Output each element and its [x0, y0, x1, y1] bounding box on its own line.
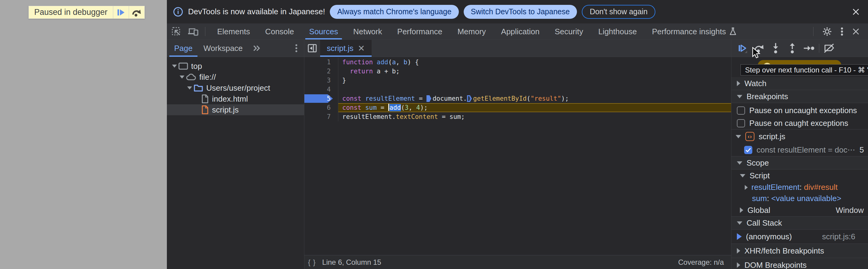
tree-item-top[interactable]: top [167, 61, 304, 72]
device-toolbar-button[interactable] [187, 26, 199, 37]
code-line-4[interactable]: 4 [304, 85, 731, 94]
tab-elements[interactable]: Elements [210, 24, 257, 39]
inspect-element-button[interactable] [171, 26, 181, 37]
editor-tab-scriptjs[interactable]: script.js ✕ [320, 40, 372, 57]
code-editor[interactable]: 1function add(a, b) {2 return a + b;3}45… [304, 57, 731, 255]
step-out-icon [788, 43, 797, 54]
scope-section-header[interactable]: Scope [732, 157, 868, 169]
section-divider [732, 103, 868, 103]
breakpoint-entry-row[interactable]: const resultElement = doc⋯ 5 [732, 143, 868, 156]
tab-lighthouse[interactable]: Lighthouse [591, 24, 644, 39]
code-line-5[interactable]: 5const resultElement = document.getEleme… [304, 94, 731, 103]
step-button[interactable] [802, 42, 816, 55]
devtools-close-button[interactable] [851, 27, 860, 36]
call-stack-section-header[interactable]: Call Stack [732, 217, 868, 229]
code-line-text: const resultElement = document.getElemen… [338, 94, 731, 103]
line-number-gutter[interactable]: 6 [304, 103, 338, 112]
breakpoint-group-row[interactable]: ‹› script.js [732, 130, 868, 143]
step-into-button[interactable] [769, 42, 782, 55]
code-line-3[interactable]: 3} [304, 76, 731, 85]
step-icon [803, 45, 815, 52]
tree-item-users-user-project[interactable]: Users/user/project [167, 82, 304, 93]
step-out-button[interactable] [786, 42, 799, 55]
tab-console[interactable]: Console [257, 24, 301, 39]
line-number-gutter[interactable]: 3 [304, 76, 338, 85]
more-options-button[interactable] [841, 26, 843, 37]
step-over-button-banner[interactable] [129, 6, 145, 19]
tab-performance[interactable]: Performance [390, 24, 450, 39]
tree-item-label: Users/user/project [206, 83, 270, 93]
tree-item-index-html[interactable]: index.html [167, 93, 304, 104]
js-file-icon: ‹› [745, 132, 754, 141]
editor-statusbar: { } Line 6, Column 15 Coverage: n/a [304, 255, 731, 269]
navigator-tab-workspace[interactable]: Workspace [198, 40, 248, 57]
navigator-tab-page[interactable]: Page [169, 40, 198, 57]
dont-show-again-button[interactable]: Don't show again [582, 5, 655, 19]
settings-button[interactable] [822, 26, 832, 37]
code-token: , [408, 104, 416, 111]
call-stack-frame-row[interactable]: (anonymous) script.js:6 [732, 230, 868, 244]
inline-breakpoint-marker[interactable] [427, 95, 431, 102]
line-number-gutter[interactable]: 4 [304, 85, 338, 94]
tab-label: Performance insights [652, 27, 726, 36]
switch-devtools-japanese-button[interactable]: Switch DevTools to Japanese [464, 5, 577, 19]
code-line-1[interactable]: 1function add(a, b) { [304, 58, 731, 67]
watch-section-header[interactable]: Watch [732, 77, 868, 90]
breakpoint-gutter[interactable]: 5 [304, 94, 338, 103]
tab-label: Performance [397, 27, 442, 36]
tree-item-script-js[interactable]: script.js [167, 104, 304, 115]
deactivate-breakpoints-button[interactable] [823, 42, 836, 55]
line-number: 5 [327, 95, 331, 102]
tree-item-label: top [191, 61, 202, 71]
line-number-gutter[interactable]: 7 [304, 112, 338, 121]
tab-label: Application [501, 27, 539, 36]
chevron-right-icon [737, 248, 740, 253]
infobar-close-button[interactable] [851, 7, 860, 16]
inline-breakpoint-candidate-marker[interactable] [467, 95, 472, 102]
breakpoint-checkbox[interactable] [744, 146, 752, 154]
device-toolbar-icon [187, 26, 199, 37]
code-token: function [342, 58, 373, 66]
scope-var-sum[interactable]: sum: <value unavailable> [732, 193, 868, 204]
scope-global-row[interactable]: Global Window [732, 204, 868, 216]
code-token: const [342, 104, 361, 111]
breakpoints-label: Breakpoints [747, 92, 788, 101]
toggle-navigator-button[interactable] [304, 40, 320, 57]
dom-breakpoints-section-header[interactable]: DOM Breakpoints [732, 258, 868, 269]
step-over-button[interactable] [752, 42, 766, 55]
paused-in-debugger-banner: Paused in debugger [28, 6, 145, 19]
tab-network[interactable]: Network [346, 24, 390, 39]
breakpoints-section-header[interactable]: Breakpoints [732, 90, 868, 103]
infobar-message: DevTools is now available in Japanese! [188, 7, 325, 17]
pause-caught-checkbox[interactable] [737, 119, 745, 127]
tab-close-icon[interactable]: ✕ [358, 43, 365, 53]
code-token: ); [561, 95, 569, 102]
always-match-language-button[interactable]: Always match Chrome's language [330, 5, 459, 19]
line-number-gutter[interactable]: 1 [304, 58, 338, 67]
line-number-gutter[interactable]: 2 [304, 67, 338, 76]
scope-var-resultelement[interactable]: resultElement: div#result [732, 182, 868, 193]
pause-uncaught-checkbox[interactable] [737, 106, 745, 115]
devtools-tabbar: ElementsConsoleSourcesNetworkPerformance… [167, 24, 868, 40]
chevron-right-icon [737, 81, 740, 86]
navigator-more-options-button[interactable] [289, 40, 304, 57]
browser-page: Paused in debugger DevTools is now avai [0, 0, 868, 269]
code-line-2[interactable]: 2 return a + b; [304, 67, 731, 76]
code-line-7[interactable]: 7resultElement.textContent = sum; [304, 112, 731, 121]
tab-security[interactable]: Security [547, 24, 591, 39]
cloud-icon [186, 73, 196, 81]
xhr-breakpoints-section-header[interactable]: XHR/fetch Breakpoints [732, 244, 868, 258]
code-token: document. [433, 95, 467, 102]
frame-name: (anonymous) [746, 232, 792, 241]
tab-memory[interactable]: Memory [450, 24, 493, 39]
tab-application[interactable]: Application [493, 24, 547, 39]
tree-item-file-[interactable]: file:// [167, 72, 304, 82]
resume-script-button[interactable] [113, 6, 129, 19]
tab-performance-insights[interactable]: Performance insights [645, 24, 744, 39]
more-tabs-button[interactable] [248, 40, 266, 57]
resume-script-button[interactable] [736, 42, 749, 55]
code-line-6[interactable]: 6const sum = add(3, 4); [304, 103, 731, 112]
tab-sources[interactable]: Sources [302, 24, 346, 39]
pretty-print-button[interactable]: { } [308, 258, 316, 267]
scope-script-row[interactable]: Script [732, 169, 868, 182]
